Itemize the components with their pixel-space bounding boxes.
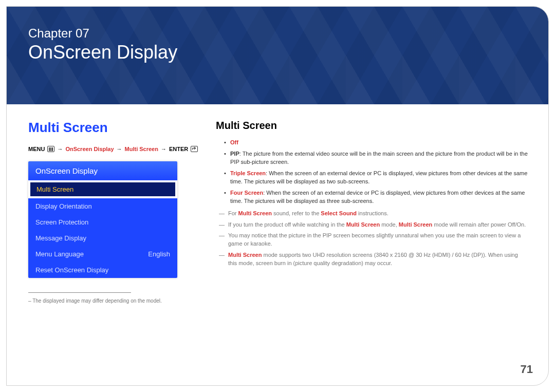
osd-menu-item[interactable]: Menu LanguageEnglish [28,246,177,262]
right-column: Multi Screen OffPIP: The picture from th… [216,120,548,385]
option-list: OffPIP: The picture from the external vi… [216,139,528,206]
option-label: Four Screen [230,190,263,196]
option-item: Triple Screen: When the screen of an ext… [224,170,528,186]
option-text: : When the screen of an external device … [230,190,525,204]
right-section-title: Multi Screen [216,120,528,132]
left-section-title: Multi Screen [28,120,216,136]
osd-item-value: English [148,250,170,258]
osd-item-label: Screen Protection [35,218,88,226]
osd-item-label: Menu Language [35,250,84,258]
menu-icon [47,146,54,152]
option-label: PIP [230,151,239,157]
osd-header: OnScreen Display [28,161,177,180]
note-item: You may notice that the picture in the P… [216,232,528,248]
osd-menu-item[interactable]: Display Orientation [28,198,177,214]
option-label: Off [230,139,238,145]
note-item: If you turn the product off while watchi… [216,221,528,229]
osd-item-label: Reset OnScreen Display [35,266,108,274]
osd-menu-item[interactable]: Multi Screen [29,181,176,197]
osd-item-label: Message Display [35,234,86,242]
chapter-label: Chapter 07 [28,26,548,41]
breadcrumb-item-multiscreen: Multi Screen [125,146,158,152]
footnote: – The displayed image may differ dependi… [28,298,216,304]
osd-item-label: Multi Screen [36,185,73,193]
footnote-divider [28,292,131,293]
note-list: For Multi Screen sound, refer to the Sel… [216,210,528,268]
chapter-title: OnScreen Display [28,42,548,63]
page-number: 71 [521,363,533,376]
arrow-icon: → [117,146,122,152]
chapter-banner: Chapter 07 OnScreen Display [7,7,548,104]
note-item: For Multi Screen sound, refer to the Sel… [216,210,528,218]
arrow-icon: → [57,146,63,152]
osd-menu-item[interactable]: Message Display [28,230,177,246]
arrow-icon: → [161,146,166,152]
left-column: Multi Screen MENU → OnScreen Display → M… [28,120,216,385]
osd-item-label: Display Orientation [35,202,92,210]
option-label: Triple Screen [230,170,266,176]
breadcrumb-enter: ENTER [169,146,188,152]
content-area: Multi Screen MENU → OnScreen Display → M… [7,104,548,385]
enter-icon [191,146,198,152]
breadcrumb-item-osd: OnScreen Display [65,146,114,152]
osd-menu-item[interactable]: Screen Protection [28,214,177,230]
note-item: Multi Screen mode supports two UHD resol… [216,251,528,268]
breadcrumb-menu: MENU [28,146,45,152]
option-item: PIP: The picture from the external video… [224,150,528,166]
option-text: : The picture from the external video so… [230,151,528,165]
page-frame: Chapter 07 OnScreen Display Multi Screen… [6,6,549,386]
osd-menu-item[interactable]: Reset OnScreen Display [28,262,177,278]
breadcrumb: MENU → OnScreen Display → Multi Screen →… [28,146,216,152]
option-text: : When the screen of an external device … [230,170,527,184]
option-item: Off [224,139,528,147]
option-item: Four Screen: When the screen of an exter… [224,189,528,206]
osd-panel: OnScreen Display Multi ScreenDisplay Ori… [28,161,177,278]
